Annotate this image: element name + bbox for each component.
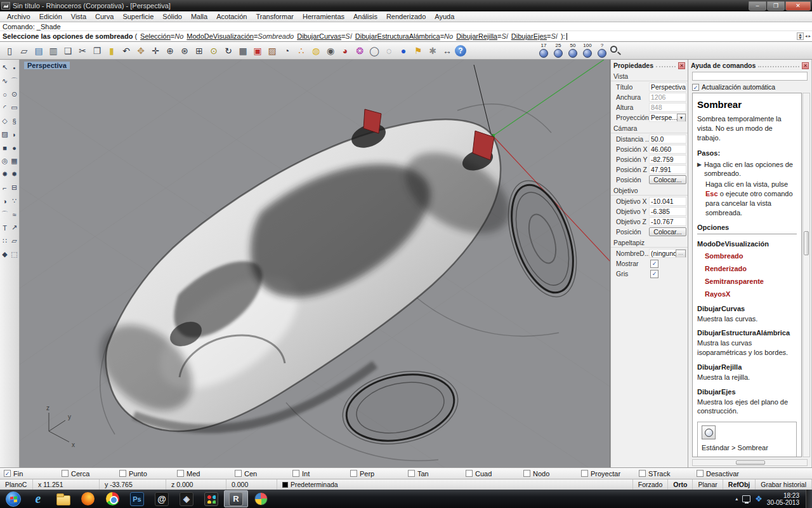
osnap-checkbox[interactable]: ✓ xyxy=(119,470,126,477)
move-icon[interactable]: ✛ xyxy=(148,44,162,58)
scrollbar-thumb[interactable] xyxy=(736,460,765,465)
chrome-icon[interactable] xyxy=(100,490,124,507)
menu-item[interactable]: Vista xyxy=(67,12,91,21)
property-value[interactable]: Colocar... xyxy=(649,227,686,236)
internet-explorer-icon[interactable]: e xyxy=(26,490,50,507)
circle-icon[interactable]: ○ xyxy=(0,88,10,101)
point-icon[interactable]: • xyxy=(10,61,19,74)
command-option[interactable]: Selección=No xyxy=(140,31,183,41)
lock-icon[interactable]: ◉ xyxy=(324,44,337,58)
mode-toggle[interactable]: Orto xyxy=(668,479,693,490)
windows-explorer-icon[interactable] xyxy=(51,490,75,507)
osnap-checkbox[interactable]: ✓ xyxy=(62,470,69,477)
osnap-toggle[interactable]: ✓ Cen xyxy=(235,470,292,478)
xray-mode-icon[interactable]: ◌ xyxy=(382,44,396,58)
menu-item[interactable]: Análisis xyxy=(349,12,382,21)
freeform-curve-icon[interactable]: § xyxy=(10,114,19,128)
mesh-plane-icon[interactable]: ▦ xyxy=(10,154,19,168)
panel-grip[interactable] xyxy=(656,64,676,67)
property-value[interactable]: Perspectiva xyxy=(649,83,686,91)
osnap-toggle[interactable]: ✓ Med xyxy=(177,470,235,478)
text-icon[interactable]: T xyxy=(0,221,10,234)
shaded-mode-icon[interactable]: ◕ xyxy=(338,44,352,58)
split-icon[interactable]: ⊟ xyxy=(10,181,19,194)
property-value[interactable]: 848 xyxy=(649,103,686,112)
measure-icon[interactable]: ↔ xyxy=(440,44,454,58)
zoom-icon[interactable]: ⊕ xyxy=(163,44,177,58)
osnap-checkbox[interactable]: ✓ xyxy=(292,470,299,477)
undo-icon[interactable]: ↶ xyxy=(119,44,133,58)
render-zoom-button[interactable]: 50 xyxy=(566,43,579,58)
boolean-icon[interactable]: ✹ xyxy=(10,168,19,181)
osnap-toggle[interactable]: ✓ Cerca xyxy=(62,470,119,478)
help-link[interactable]: RayosX xyxy=(705,290,797,299)
mode-toggle[interactable]: Grabar historial xyxy=(756,479,812,490)
perspective-viewport[interactable]: Perspectiva xyxy=(20,60,610,467)
property-value[interactable]: -6.385 xyxy=(649,207,686,216)
command-option[interactable]: DibujarEstructuraAlámbrica=No xyxy=(355,31,453,41)
menu-item[interactable]: Malla xyxy=(187,12,212,21)
photoshop-icon[interactable]: Ps xyxy=(125,490,149,507)
osnap-toggle[interactable]: ✓ Perp xyxy=(350,470,408,478)
command-option[interactable]: DibujarRejilla=Sí xyxy=(456,31,508,41)
surface-patch-icon[interactable]: ◗ xyxy=(10,128,19,141)
osnap-checkbox[interactable]: ✓ xyxy=(4,470,11,477)
box-icon[interactable]: ■ xyxy=(0,141,10,154)
print-icon[interactable]: ▥ xyxy=(46,44,60,58)
sphere-icon[interactable]: ● xyxy=(10,141,19,154)
command-option[interactable]: DibujarCurvas=Sí xyxy=(297,31,352,41)
alias-icon[interactable]: ◈ xyxy=(174,490,199,507)
new-file-icon[interactable]: ▯ xyxy=(3,44,16,58)
surface-icon[interactable]: ▨ xyxy=(0,128,10,141)
zoom-dynamic-icon[interactable]: ⊛ xyxy=(178,44,192,58)
cage-edit-icon[interactable]: ⬚ xyxy=(10,248,19,261)
pan-icon[interactable]: ✥ xyxy=(134,44,148,58)
command-scroll-spinner[interactable]: ▲▼ xyxy=(797,32,804,40)
curve-interpolate-icon[interactable]: ∿ xyxy=(0,74,10,88)
property-value[interactable]: Perspe... xyxy=(649,113,686,122)
rendered-mode-icon[interactable]: ❂ xyxy=(353,44,367,58)
ellipse-icon[interactable]: ⊙ xyxy=(10,88,19,101)
property-value[interactable]: 46.060 xyxy=(649,145,686,154)
sketchbook-icon[interactable]: @ xyxy=(150,490,174,507)
render-car-icon[interactable]: ▣ xyxy=(251,44,265,58)
save-icon[interactable]: ▤ xyxy=(32,44,46,58)
osnap-checkbox[interactable]: ✓ xyxy=(697,470,704,477)
menu-item[interactable]: Superficie xyxy=(118,12,158,21)
rotate-view-icon[interactable]: ↻ xyxy=(221,44,235,58)
render-zoom-button[interactable]: ? xyxy=(596,43,608,58)
property-value[interactable]: -82.759 xyxy=(649,155,686,164)
solid-cube-icon[interactable]: ◆ xyxy=(0,248,10,261)
osnap-checkbox[interactable]: ✓ xyxy=(523,470,530,477)
arc-icon[interactable]: ◜ xyxy=(0,101,10,114)
command-option[interactable]: ModoDeVisualización=Sombreado xyxy=(187,31,294,41)
property-value[interactable]: 1206 xyxy=(649,93,686,102)
lamp-icon[interactable]: ◍ xyxy=(309,44,323,58)
render-zoom-button[interactable]: 100 xyxy=(581,43,594,58)
osnap-checkbox[interactable]: ✓ xyxy=(408,470,415,477)
menu-item[interactable]: Sólido xyxy=(158,12,187,21)
polygon-icon[interactable]: ◇ xyxy=(0,114,10,128)
select-arrow-icon[interactable]: ↖ xyxy=(0,61,10,74)
menu-item[interactable]: Herramientas xyxy=(298,12,349,21)
help-link[interactable]: Semitransparente xyxy=(705,277,797,286)
property-value[interactable]: -10.041 xyxy=(649,197,686,206)
menu-item[interactable]: Curva xyxy=(91,12,118,21)
compass-icon[interactable]: ◔ xyxy=(280,44,294,58)
help-vertical-scrollbar[interactable] xyxy=(802,93,810,457)
property-value[interactable] xyxy=(649,269,686,278)
points-on-icon[interactable]: ∵ xyxy=(10,194,19,208)
render-preview-icon[interactable]: ● xyxy=(396,44,410,58)
osnap-checkbox[interactable]: ✓ xyxy=(235,470,242,477)
property-value[interactable]: 50.0 xyxy=(649,135,686,144)
curve-boolean-icon[interactable]: ◑ xyxy=(0,194,10,208)
mode-toggle[interactable]: RefObj xyxy=(723,479,756,490)
viewport-title[interactable]: Perspectiva xyxy=(24,62,70,69)
scroll-left-arrow[interactable]: ◂ xyxy=(805,31,808,41)
rectangle-icon[interactable]: ▭ xyxy=(10,101,19,114)
minimize-button[interactable]: – xyxy=(749,1,766,11)
show-desktop-button[interactable] xyxy=(806,490,812,508)
menu-item[interactable]: Ayuda xyxy=(430,12,459,21)
close-button[interactable]: ✕ xyxy=(785,1,811,11)
dropbox-icon[interactable]: ❖ xyxy=(755,494,763,504)
